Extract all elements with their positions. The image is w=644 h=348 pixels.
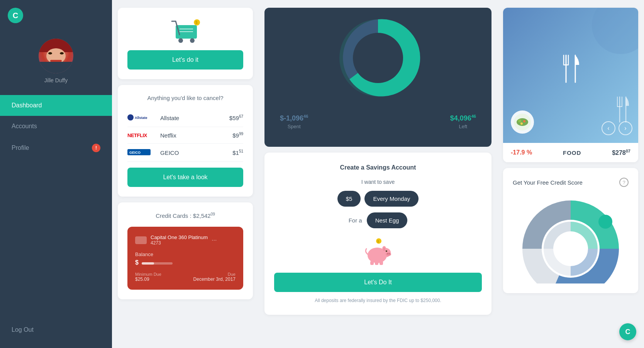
username-label: Jille Duffy	[44, 77, 68, 83]
svg-point-32	[520, 122, 523, 125]
svg-point-17	[386, 252, 391, 256]
amount-pill[interactable]: $5	[337, 191, 361, 207]
savings-title: Create a Savings Account	[274, 164, 482, 171]
budget-card: $-1,09646 Spent $4,09646 Left	[264, 8, 491, 147]
food-category-label: FOOD	[563, 149, 581, 156]
svg-point-29	[517, 118, 528, 126]
cancel-card: Anything you'd like to cancel? Allstate …	[118, 85, 253, 197]
budget-footer: $-1,09646 Spent $4,09646 Left	[264, 108, 491, 137]
column-3: ‹ › -17.9 % FOOD $27807 Get Your Free Cr…	[497, 0, 644, 348]
left-value: $4,09646	[450, 114, 476, 122]
next-button[interactable]: ›	[619, 121, 632, 135]
min-due-label: Minimum Due	[135, 272, 161, 277]
svg-point-18	[387, 253, 388, 255]
lets-take-a-look-button[interactable]: Let's take a look	[127, 168, 243, 187]
floating-action-button[interactable]: C	[619, 323, 636, 340]
svg-text:Allstate: Allstate	[135, 116, 147, 120]
card-number: 4273	[151, 240, 208, 246]
balance-value: $	[135, 259, 236, 266]
cutlery-icon	[559, 51, 582, 99]
cancel-item-name: GEICO	[160, 149, 232, 156]
food-amount: $27807	[612, 149, 630, 156]
cancel-item-name: Allstate	[160, 115, 229, 121]
sidebar-item-label: Profile	[12, 144, 29, 151]
svg-rect-24	[370, 261, 374, 265]
food-card-footer: -17.9 % FOOD $27807	[503, 143, 638, 162]
due-value: December 3rd, 2017	[193, 277, 236, 282]
credit-score-chart	[517, 195, 625, 283]
balance-label: Balance	[135, 251, 236, 257]
savings-options: $5 Every Monday	[274, 191, 482, 207]
cancel-item-amount: $151	[232, 149, 243, 156]
sidebar-item-accounts[interactable]: Accounts	[0, 116, 112, 137]
purpose-pill[interactable]: Nest Egg	[367, 212, 408, 228]
sidebar-item-profile[interactable]: Profile !	[0, 137, 112, 159]
credit-score-donut	[513, 195, 629, 283]
svg-point-31	[523, 120, 525, 122]
spent-stat: $-1,09646 Spent	[280, 114, 308, 129]
credit-score-card: Get Your Free Credit Score ?	[503, 168, 638, 293]
list-item: Allstate Allstate $5967	[127, 109, 243, 127]
cart-icon-area: $	[166, 15, 205, 46]
cart-card: $ Let's do it	[118, 8, 253, 79]
column-2: $-1,09646 Spent $4,09646 Left Create a S…	[259, 0, 497, 348]
column-1: $ Let's do it Anything you'd like to can…	[112, 0, 259, 348]
svg-rect-26	[380, 261, 383, 265]
prev-button[interactable]: ‹	[602, 121, 615, 135]
card-menu-dots[interactable]: ···	[212, 237, 217, 244]
cancel-title: Anything you'd like to cancel?	[127, 95, 243, 101]
food-card: ‹ › -17.9 % FOOD $27807	[503, 8, 638, 162]
avatar	[39, 39, 73, 73]
logout-button[interactable]: Log Out	[0, 319, 112, 340]
credit-score-header: Get Your Free Credit Score ?	[513, 178, 629, 187]
frequency-pill[interactable]: Every Monday	[364, 191, 419, 207]
sidebar: C Jille Duffy Dashboard Accounts Profile	[0, 0, 112, 348]
svg-point-2	[190, 38, 195, 43]
main-content: $ Let's do it Anything you'd like to can…	[112, 0, 644, 348]
budget-donut-area	[264, 8, 491, 108]
fdic-disclaimer: All deposits are federally insured by th…	[274, 298, 482, 303]
left-stat: $4,09646 Left	[450, 114, 476, 129]
card-name: Capital One 360 Platinum	[151, 234, 208, 240]
food-percentage: -17.9 %	[511, 149, 532, 156]
budget-donut-chart	[328, 8, 428, 108]
svg-point-45	[598, 215, 612, 229]
list-item: GEICO GEICO $151	[127, 144, 243, 162]
due-label: Due	[193, 272, 236, 277]
allstate-logo: Allstate	[127, 114, 154, 122]
svg-text:$: $	[195, 20, 198, 25]
svg-point-21	[386, 251, 387, 251]
spent-label: Spent	[280, 124, 308, 129]
lets-do-it-savings-button[interactable]: Let's Do It	[274, 273, 482, 292]
lets-do-it-button[interactable]: Let's do it	[127, 50, 243, 70]
svg-rect-25	[375, 261, 378, 265]
profile-badge: !	[92, 144, 100, 152]
card-chip	[135, 236, 147, 244]
piggy-bank-icon: $	[274, 238, 482, 265]
svg-point-23	[383, 247, 385, 251]
shopping-cart-icon: $	[166, 15, 205, 46]
food-visual-area: ‹ ›	[503, 8, 638, 143]
credit-card-visual: Capital One 360 Platinum 4273 ··· Balanc…	[127, 227, 243, 290]
svg-point-1	[178, 38, 183, 43]
i-want-label: I want to save	[274, 179, 482, 185]
svg-point-30	[518, 119, 521, 122]
help-icon[interactable]: ?	[619, 178, 629, 187]
credit-cards-title: Credit Cards : $2,54209	[127, 212, 243, 219]
svg-point-20	[386, 250, 387, 252]
svg-point-7	[127, 114, 134, 121]
netflix-logo: NETFLIX	[127, 132, 154, 138]
savings-card: Create a Savings Account I want to save …	[264, 153, 491, 315]
plate-icon	[509, 109, 536, 137]
sidebar-item-label: Accounts	[12, 123, 37, 130]
sidebar-item-dashboard[interactable]: Dashboard	[0, 95, 112, 116]
cancel-item-amount: $5967	[229, 114, 243, 121]
credit-score-title: Get Your Free Credit Score	[513, 179, 583, 186]
svg-point-44	[553, 231, 588, 266]
svg-point-19	[389, 253, 390, 255]
cancel-item-amount: $999	[232, 132, 243, 139]
geico-logo: GEICO	[127, 148, 154, 157]
spent-value: $-1,09646	[280, 114, 308, 122]
svg-point-12	[353, 33, 403, 83]
min-due-value: $25.09	[135, 277, 161, 282]
